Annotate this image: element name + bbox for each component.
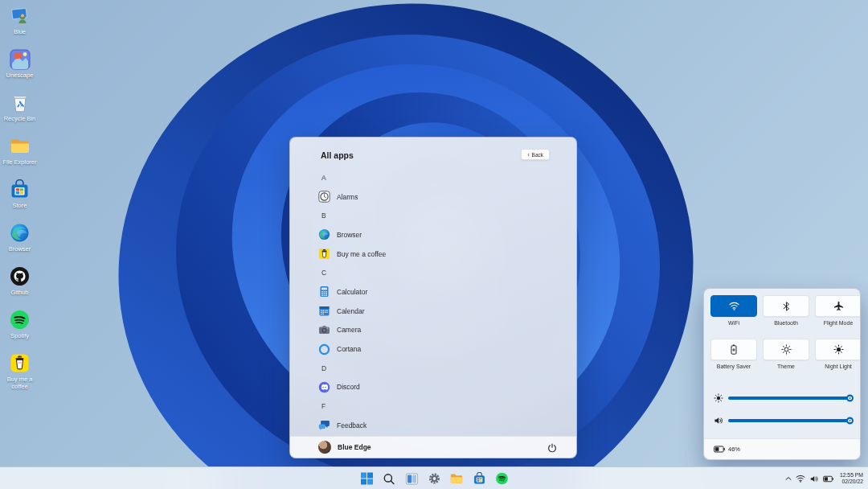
tile-cell-theme: Theme bbox=[763, 339, 809, 369]
desktop-icon-label: Blue bbox=[14, 28, 26, 35]
all-apps-list: A Alarms B Browser Buy me a coffee bbox=[317, 168, 562, 435]
bluetooth-toggle[interactable] bbox=[763, 295, 809, 317]
desktop-icon-label: File Explorer bbox=[2, 158, 36, 166]
app-item-discord[interactable]: Discord bbox=[317, 378, 562, 397]
bluetooth-icon bbox=[783, 302, 790, 311]
battery-status[interactable]: 46% bbox=[714, 446, 740, 453]
wifi-icon bbox=[729, 302, 739, 310]
settings-button[interactable] bbox=[427, 471, 442, 487]
search-icon bbox=[383, 473, 395, 485]
desktop-icon-browser[interactable]: Browser bbox=[1, 222, 39, 265]
spotify-button[interactable] bbox=[494, 471, 510, 487]
clock-date: 02/20/22 bbox=[840, 479, 863, 485]
clock-time: 12:55 PM bbox=[840, 472, 863, 479]
desktop-icon-spotify[interactable]: Spotify bbox=[1, 309, 39, 352]
app-item-label: Camera bbox=[337, 326, 361, 334]
file-explorer-icon bbox=[9, 135, 31, 157]
app-item-label: Buy me a coffee bbox=[337, 250, 386, 258]
file-explorer-button[interactable] bbox=[449, 471, 465, 487]
desktop-icon-github[interactable]: Github bbox=[1, 265, 39, 309]
desktop-icon-label: Buy me a coffee bbox=[2, 376, 39, 390]
store-button[interactable] bbox=[472, 471, 487, 487]
app-item-calendar[interactable]: Calendar bbox=[317, 302, 562, 321]
back-button-label: Back bbox=[532, 152, 543, 158]
tile-cell-battery-saver: Battery Saver bbox=[710, 339, 757, 369]
brightness-slider-row bbox=[704, 391, 861, 405]
battery-saver-icon bbox=[731, 344, 737, 355]
edge-browser-icon bbox=[9, 222, 31, 244]
app-item-calculator[interactable]: Calculator bbox=[317, 282, 562, 302]
blue-pc-icon bbox=[9, 5, 31, 27]
battery-saver-toggle[interactable] bbox=[710, 339, 757, 360]
desktop-icon-buy-me-a-coffee[interactable]: Buy me a coffee bbox=[1, 352, 39, 404]
github-icon bbox=[9, 265, 31, 287]
user-profile-button[interactable]: Blue Edge bbox=[318, 441, 371, 454]
section-letter-d: D bbox=[317, 359, 562, 378]
taskbar-center-icons bbox=[359, 467, 510, 489]
store-icon bbox=[473, 472, 485, 485]
spotify-icon bbox=[495, 472, 508, 485]
brightness-slider[interactable] bbox=[728, 397, 850, 400]
edge-browser-icon bbox=[317, 228, 330, 241]
buy-me-a-coffee-icon bbox=[9, 352, 31, 374]
desktop-icon-label: Store bbox=[13, 202, 27, 209]
battery-percent: 46% bbox=[728, 446, 740, 453]
chevron-up-icon bbox=[785, 476, 792, 481]
buy-me-a-coffee-icon bbox=[317, 248, 330, 261]
desktop-icon-recycle-bin[interactable]: Recycle Bin bbox=[1, 92, 39, 135]
flight-mode-toggle[interactable] bbox=[815, 295, 861, 317]
search-button[interactable] bbox=[382, 471, 397, 487]
clock[interactable]: 12:55 PM 02/20/22 bbox=[840, 472, 863, 485]
back-button[interactable]: ‹ Back bbox=[521, 149, 550, 160]
taskbar: 12:55 PM 02/20/22 bbox=[0, 466, 868, 489]
calculator-icon bbox=[317, 286, 330, 298]
desktop-icon-label: Browser bbox=[9, 245, 31, 253]
battery-icon bbox=[714, 446, 725, 453]
tile-cell-bluetooth: Bluetooth bbox=[763, 295, 809, 326]
discord-icon bbox=[317, 380, 330, 393]
start-menu-footer: Blue Edge bbox=[290, 436, 576, 458]
tile-cell-flight-mode: Flight Mode bbox=[815, 295, 861, 326]
volume-slider-thumb[interactable] bbox=[846, 417, 854, 425]
all-apps-header: All apps ‹ Back bbox=[290, 138, 576, 166]
task-view-icon bbox=[405, 473, 418, 485]
brightness-slider-thumb[interactable] bbox=[846, 395, 854, 402]
tile-label: Flight Mode bbox=[815, 320, 861, 326]
user-avatar bbox=[318, 441, 331, 454]
app-item-feedback[interactable]: Feedback bbox=[317, 416, 562, 435]
night-light-icon bbox=[833, 344, 844, 355]
wifi-icon bbox=[796, 475, 805, 483]
all-apps-title: All apps bbox=[321, 150, 354, 160]
theme-toggle[interactable] bbox=[763, 339, 809, 360]
tray-volume-button[interactable] bbox=[809, 475, 819, 483]
unescape-icon bbox=[9, 48, 31, 70]
volume-slider[interactable] bbox=[728, 419, 850, 422]
app-item-alarms[interactable]: Alarms bbox=[317, 187, 562, 207]
file-explorer-icon bbox=[450, 473, 464, 485]
tile-label: Bluetooth bbox=[763, 320, 809, 326]
start-button[interactable] bbox=[359, 471, 375, 487]
tray-chevron-up-button[interactable] bbox=[785, 476, 792, 481]
desktop-icon-blue[interactable]: Blue bbox=[1, 5, 39, 48]
desktop-icon-file-explorer[interactable]: File Explorer bbox=[1, 135, 39, 179]
calendar-icon bbox=[317, 305, 330, 318]
app-item-browser[interactable]: Browser bbox=[317, 225, 562, 244]
desktop-icon-unescape[interactable]: Unescape bbox=[1, 48, 39, 92]
chevron-left-icon: ‹ bbox=[527, 152, 529, 158]
desktop-icon-store[interactable]: Store bbox=[1, 179, 39, 222]
power-button[interactable] bbox=[547, 442, 557, 453]
tray-battery-button[interactable] bbox=[823, 475, 833, 483]
battery-icon bbox=[823, 475, 833, 483]
quick-settings-footer: 46% bbox=[704, 438, 860, 459]
spotify-icon bbox=[9, 309, 31, 331]
task-view-button[interactable] bbox=[404, 471, 420, 487]
cortana-icon bbox=[317, 343, 330, 355]
app-item-cortana[interactable]: Cortana bbox=[317, 339, 562, 359]
desktop-icon-label: Github bbox=[10, 289, 28, 296]
tray-wifi-button[interactable] bbox=[796, 475, 805, 483]
app-item-camera[interactable]: Camera bbox=[317, 321, 562, 340]
night-light-toggle[interactable] bbox=[815, 339, 861, 360]
app-item-buy-me-a-coffee[interactable]: Buy me a coffee bbox=[317, 244, 562, 264]
wifi-toggle[interactable] bbox=[710, 295, 757, 317]
theme-icon bbox=[781, 344, 792, 355]
